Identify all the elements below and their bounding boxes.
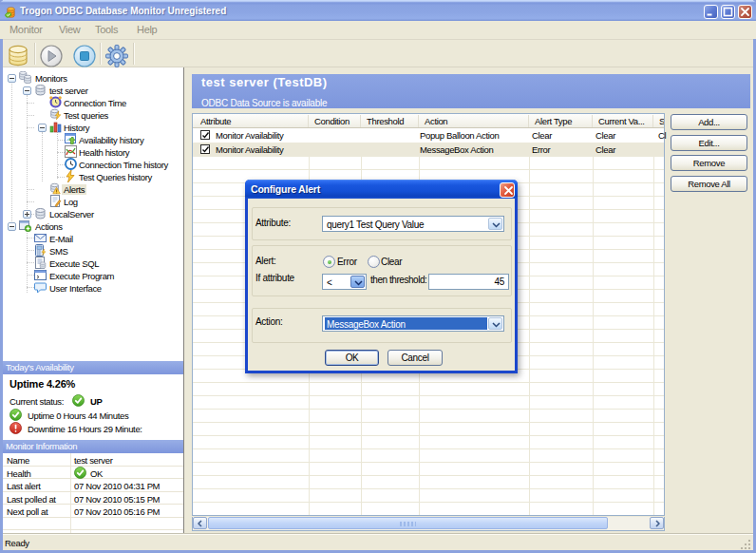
threshold-input[interactable]: 45: [428, 274, 509, 290]
remove-all-button[interactable]: Remove All: [671, 176, 747, 192]
main-header-title: test server (TestDB): [201, 75, 328, 89]
collapse-icon[interactable]: [8, 74, 16, 83]
availability-history-icon: [65, 133, 77, 145]
toolbar-database-button[interactable]: [6, 44, 30, 68]
action-combobox[interactable]: MessageBox Action: [322, 315, 504, 332]
expand-icon[interactable]: [23, 210, 31, 219]
remove-button[interactable]: Remove: [671, 155, 747, 171]
scrollbar-thumb[interactable]: [208, 517, 608, 529]
current-status-label: Current status:: [9, 396, 64, 407]
radio-error[interactable]: [323, 256, 335, 268]
cell-action: Popup Balloon Action: [420, 130, 499, 142]
add-button[interactable]: Add...: [671, 114, 747, 130]
tree-item-sms[interactable]: SMS: [3, 244, 183, 257]
tree-item-health-history[interactable]: Health history: [3, 145, 183, 158]
chevron-down-icon[interactable]: [350, 276, 365, 288]
settings-gear-icon: [104, 44, 129, 68]
if-attribute-label: If attribute: [255, 273, 294, 283]
row-checkbox[interactable]: [200, 130, 210, 140]
tree-item-test-queries-history[interactable]: Test Queries history: [3, 170, 183, 182]
minimize-button[interactable]: [704, 5, 718, 19]
chevron-down-icon[interactable]: [488, 317, 502, 330]
tree-item-connection-time[interactable]: Connection Time: [3, 96, 183, 108]
maximize-button[interactable]: [721, 5, 735, 19]
toolbar: [3, 39, 753, 67]
toolbar-start-button[interactable]: [39, 44, 64, 68]
cancel-button[interactable]: Cancel: [387, 350, 443, 366]
resize-grip[interactable]: [740, 539, 751, 550]
scroll-right-button[interactable]: [650, 517, 664, 529]
info-key: Last alert: [7, 481, 41, 491]
radio-error-label[interactable]: Error: [337, 257, 357, 267]
main-header-subtitle: ODBC Data Source is available: [201, 98, 327, 108]
scroll-left-button[interactable]: [193, 517, 207, 529]
execute-sql-icon: [34, 257, 47, 269]
tree-item-label: History: [62, 123, 91, 133]
tree-item-availability-history[interactable]: Availability history: [3, 133, 183, 145]
tree-item-label: Execute SQL: [47, 258, 101, 269]
radio-clear-label[interactable]: Clear: [381, 257, 402, 267]
info-key: Last polled at: [7, 494, 56, 505]
tree-item-label: Connection Time: [62, 98, 128, 108]
tree-item-alerts[interactable]: Alerts: [3, 182, 183, 195]
operator-combobox[interactable]: <: [322, 274, 367, 290]
tree-item-test-queries[interactable]: Test queries: [3, 108, 183, 121]
tree-item-actions[interactable]: Actions: [3, 219, 183, 232]
tree-item-user-interface[interactable]: User Interface: [3, 281, 183, 294]
tree-item-label: Health history: [77, 147, 131, 158]
menu-tools[interactable]: Tools: [95, 24, 118, 35]
execute-program-icon: [34, 269, 47, 281]
column-condition[interactable]: Condition: [309, 115, 361, 127]
health-history-icon: [65, 145, 77, 158]
info-value: 07 Nov 2010 05:15 PM: [74, 494, 160, 505]
menu-view[interactable]: View: [59, 24, 80, 35]
tree-item-execute-program[interactable]: Execute Program: [3, 269, 183, 281]
close-button[interactable]: [738, 5, 752, 19]
horizontal-scrollbar[interactable]: [192, 517, 665, 531]
menu-help[interactable]: Help: [137, 24, 157, 35]
column-current-value[interactable]: Current Va...: [593, 115, 653, 127]
tree-item-localserver[interactable]: LocalServer: [3, 207, 183, 219]
row-checkbox[interactable]: [200, 144, 210, 154]
tree-item-connection-time-history[interactable]: Connection Time history: [3, 158, 183, 170]
collapse-icon[interactable]: [23, 86, 31, 95]
menu-monitor[interactable]: Monitor: [9, 24, 43, 35]
edit-button[interactable]: Edit...: [671, 135, 747, 151]
uptime-line: Uptime 0 Hours 44 Minutes: [28, 410, 128, 421]
column-status[interactable]: S: [653, 115, 664, 127]
table-row-selected[interactable]: Monitor Availability MessageBox Action E…: [193, 143, 664, 157]
table-header: Attribute Condition Threshold Action Ale…: [193, 114, 664, 128]
tree-item-label: Monitors: [33, 73, 69, 84]
radio-clear[interactable]: [368, 256, 380, 268]
uptime-title: Uptime 4.26%: [9, 378, 75, 390]
left-panel: Monitors test server Connection Time: [3, 67, 184, 533]
collapse-icon[interactable]: [8, 222, 16, 231]
dialog-close-button[interactable]: [500, 182, 515, 198]
toolbar-settings-button[interactable]: [104, 44, 129, 68]
attribute-combobox[interactable]: query1 Test Query Value: [322, 216, 504, 232]
tree-item-execute-sql[interactable]: Execute SQL: [3, 257, 183, 269]
chevron-down-icon[interactable]: [488, 218, 502, 230]
cell-action: MessageBox Action: [420, 144, 494, 156]
ok-button[interactable]: OK: [325, 350, 379, 366]
column-attribute[interactable]: Attribute: [193, 115, 309, 127]
tree-item-test-server[interactable]: test server: [3, 84, 183, 96]
column-threshold[interactable]: Threshold: [361, 115, 419, 127]
toolbar-separator: [34, 43, 35, 65]
alarm-clock-icon: [49, 96, 62, 108]
configure-alert-dialog: Configure Alert Attribute: query1 Test Q…: [245, 180, 518, 373]
table-row[interactable]: Monitor Availability Popup Balloon Actio…: [193, 128, 664, 143]
column-action[interactable]: Action: [419, 115, 529, 127]
column-alert-type[interactable]: Alert Type: [529, 115, 593, 127]
tree-item-history[interactable]: History: [3, 121, 183, 133]
monitor-tree: Monitors test server Connection Time: [3, 67, 183, 361]
toolbar-stop-button[interactable]: [72, 44, 97, 68]
collapse-icon[interactable]: [38, 124, 47, 132]
tree-item-monitors[interactable]: Monitors: [3, 71, 183, 84]
server-icon: [34, 207, 47, 219]
tree-item-log[interactable]: Log: [3, 195, 183, 207]
availability-panel: Uptime 4.26% Current status: UP Uptime 0…: [3, 374, 183, 440]
tree-item-label: Connection Time history: [77, 160, 170, 170]
title-bar: Trogon ODBC Database Monitor Unregistere…: [0, 0, 756, 21]
tree-item-email[interactable]: E-Mail: [3, 232, 183, 244]
